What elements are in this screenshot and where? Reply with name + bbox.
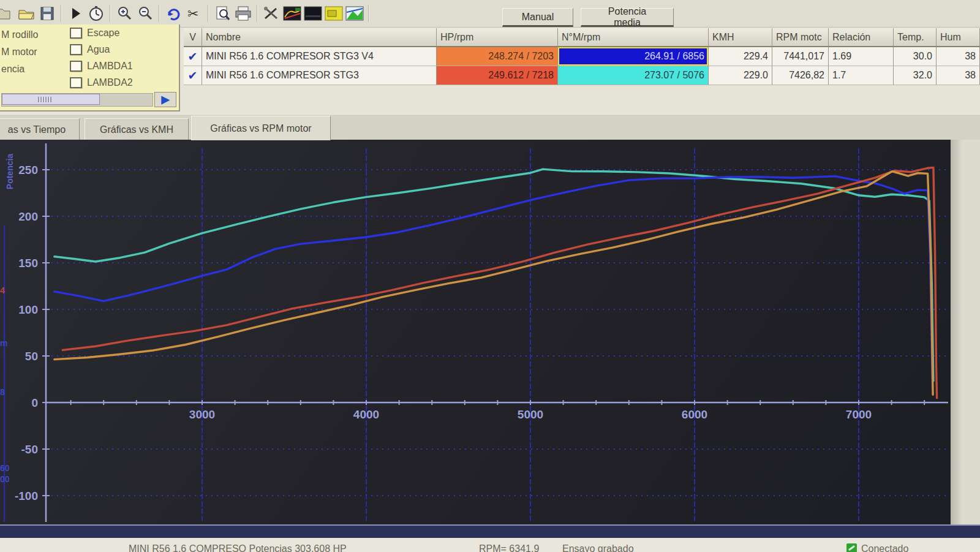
checkbox-label: Escape	[87, 28, 119, 39]
manual-button[interactable]: Manual	[502, 8, 573, 27]
graph-green-icon[interactable]	[344, 4, 365, 23]
graph-dark-icon[interactable]	[303, 4, 323, 23]
stopwatch-icon[interactable]	[86, 4, 107, 23]
zoom-out-icon[interactable]	[135, 4, 156, 23]
left-axis-fragment: 4	[0, 285, 5, 295]
runs-table: VNombreHP/rpmN°M/rpmKMHRPM motcRelaciónT…	[184, 28, 980, 85]
run-temp: 32.0	[894, 66, 937, 85]
status-run-info: MINI R56 1.6 COMPRESO Potencias 303.608 …	[129, 543, 347, 552]
checkbox-icon[interactable]	[70, 61, 82, 72]
left-axis-fragment: 60	[0, 463, 10, 473]
tab-gr-ficas-vs-rpm-motor[interactable]: Gráficas vs RPM motor	[191, 116, 331, 140]
run-rpm-max: 7441,017	[772, 47, 829, 66]
toolbar-separator	[61, 5, 62, 22]
run-checked-icon[interactable]: ✔	[184, 66, 202, 85]
dyno-app-window: ✂ Manual Potencia media ▶ M rodilloM mot…	[0, 0, 980, 552]
y-tick-label: 100	[18, 303, 38, 316]
play-icon[interactable]	[65, 4, 86, 23]
tab-gr-ficas-vs-kmh[interactable]: Gráficas vs KMH	[85, 118, 189, 140]
col-header-n-m-rpm[interactable]: N°M/rpm	[558, 28, 709, 47]
run-humidity: 38	[937, 66, 980, 85]
channel-checkbox-agua[interactable]: Agua	[70, 44, 110, 55]
left-axis-fragment: m	[0, 338, 7, 348]
toolbar: ✂ Manual Potencia media	[0, 0, 980, 28]
svg-text:✂: ✂	[187, 6, 198, 21]
toolbar-separator	[368, 5, 369, 22]
run-hp-peak: 248.274 / 7203	[437, 47, 558, 66]
col-header-rpm-motc[interactable]: RPM motc	[772, 28, 829, 47]
status-conectado: Conectado	[861, 543, 908, 552]
y-tick-label: 0	[31, 396, 38, 409]
col-header-temp-[interactable]: Temp.	[894, 28, 937, 47]
y-tick-label: -100	[15, 490, 38, 502]
run-humidity: 38	[937, 47, 980, 66]
potencia-media-button[interactable]: Potencia media	[581, 8, 674, 27]
toolbar-icons: ✂	[0, 0, 372, 27]
channel-label-encia: encia	[1, 64, 24, 75]
col-header-v[interactable]: V	[184, 28, 202, 47]
col-header-hp-rpm[interactable]: HP/rpm	[437, 28, 558, 47]
open-folder-icon[interactable]	[16, 4, 37, 23]
status-ensayo: Ensayo grabado	[562, 543, 634, 552]
run-kmh: 229.0	[709, 66, 772, 85]
run-temp: 30.0	[894, 47, 937, 66]
run-torque-peak: 273.07 / 5076	[558, 66, 709, 85]
zoom-in-icon[interactable]	[114, 4, 135, 23]
left-axis-fragment: 8	[0, 387, 5, 397]
checkbox-label: LAMBDA1	[87, 61, 133, 72]
channel-panel-scrollbar[interactable]	[1, 93, 153, 107]
print-preview-icon[interactable]	[212, 4, 233, 23]
channel-checkbox-lambda1[interactable]: LAMBDA1	[70, 61, 133, 72]
run-name: MINI R56 1.6 COMPRESOR STG3	[202, 66, 437, 85]
run-row-1[interactable]: ✔MINI R56 1.6 COMPRESOR STG3 V4248.274 /…	[184, 47, 980, 66]
run-rpm-max: 7426,82	[772, 66, 829, 85]
open-file-icon[interactable]	[0, 4, 16, 23]
print-icon[interactable]	[233, 4, 254, 23]
tab-as-vs-tiempo[interactable]: as vs Tiempo	[0, 118, 80, 140]
checkbox-icon[interactable]	[70, 28, 82, 39]
toolbar-separator	[257, 5, 258, 22]
col-header-hum[interactable]: Hum	[937, 28, 980, 47]
run-row-2[interactable]: ✔MINI R56 1.6 COMPRESOR STG3249.612 / 72…	[184, 66, 980, 85]
x-tick-label: 6000	[682, 408, 707, 421]
y-axis-title: Potencia	[5, 141, 15, 202]
y-tick-label: -50	[21, 443, 38, 456]
channel-checkbox-lambda2[interactable]: LAMBDA2	[70, 77, 133, 88]
x-tick-label: 7000	[846, 408, 872, 421]
channel-checkbox-escape[interactable]: Escape	[70, 28, 119, 39]
graph-multi-icon[interactable]	[282, 4, 303, 23]
toolbar-separator	[159, 5, 160, 22]
y-tick-label: 50	[25, 350, 38, 363]
col-header-nombre[interactable]: Nombre	[202, 28, 437, 47]
undo-icon[interactable]	[163, 4, 184, 23]
run-relacion: 1.69	[829, 47, 894, 66]
run-checked-icon[interactable]: ✔	[184, 47, 202, 66]
tools-icon[interactable]	[261, 4, 282, 23]
cut-icon[interactable]: ✂	[184, 4, 205, 23]
series-line-4	[55, 172, 933, 395]
checkbox-label: Agua	[87, 44, 110, 55]
panel-next-arrow-button[interactable]: ▶	[154, 92, 176, 107]
col-header-kmh[interactable]: KMH	[709, 28, 772, 47]
run-relacion: 1.7	[829, 66, 894, 85]
run-torque-peak: 264.91 / 6856	[558, 47, 709, 66]
save-icon[interactable]	[37, 4, 58, 23]
status-rpm: RPM= 6341.9	[479, 543, 539, 552]
x-tick-label: 3000	[189, 408, 215, 421]
graph-yellow-icon[interactable]	[323, 4, 344, 23]
checkbox-icon[interactable]	[70, 44, 82, 55]
run-kmh: 229.4	[709, 47, 772, 66]
chart-plot-area[interactable]: 4m86000250200150100500-50-10030004000500…	[0, 140, 951, 524]
col-header-relaci-n[interactable]: Relación	[829, 28, 894, 47]
graph-tabbar: as vs TiempoGráficas vs KMHGráficas vs R…	[0, 114, 980, 140]
checkbox-icon[interactable]	[70, 77, 82, 88]
channel-panel: ▶ M rodilloM motorenciaEscapeAguaLAMBDA1…	[0, 25, 180, 112]
scrollbar-thumb[interactable]	[2, 94, 100, 105]
y-tick-label: 200	[18, 210, 38, 223]
status-bar: MINI R56 1.6 COMPRESO Potencias 303.608 …	[0, 538, 980, 552]
toolbar-separator	[208, 5, 209, 22]
run-hp-peak: 249.612 / 7218	[437, 66, 558, 85]
series-line-2	[55, 176, 933, 390]
checkbox-label: LAMBDA2	[87, 77, 133, 88]
toolbar-separator	[110, 5, 111, 22]
